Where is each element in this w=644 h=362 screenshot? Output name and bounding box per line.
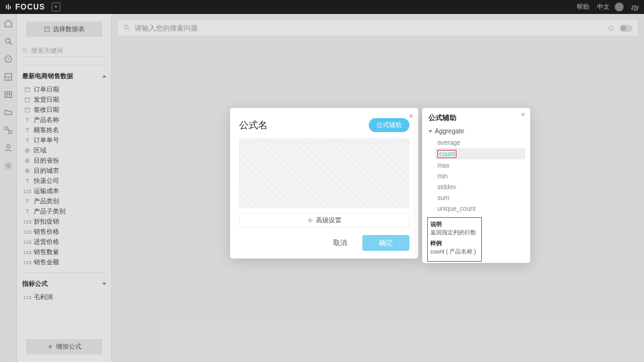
helper-title: 公式辅助 xyxy=(428,113,525,123)
cancel-button[interactable]: 取消 xyxy=(324,235,356,251)
function-item[interactable]: max xyxy=(435,160,525,170)
function-item[interactable]: average xyxy=(435,137,525,147)
modal-title: 公式名 xyxy=(239,119,268,131)
close-icon[interactable]: × xyxy=(409,112,413,121)
example-text: count ( 产品名称 ) xyxy=(430,248,479,256)
advanced-settings-button[interactable]: 高级设置 xyxy=(239,213,409,227)
desc-label: 说明 xyxy=(430,220,479,229)
svg-point-36 xyxy=(310,220,312,222)
desc-text: 返回指定列的行数 xyxy=(430,229,479,237)
category-label: Aggregate xyxy=(435,128,464,135)
close-icon[interactable]: × xyxy=(521,111,525,118)
chevron-down-icon xyxy=(428,130,432,133)
function-doc: 说明 返回指定列的行数 样例 count ( 产品名称 ) xyxy=(427,217,482,262)
gear-icon xyxy=(307,217,313,224)
function-item[interactable]: sum xyxy=(435,192,525,203)
ok-button[interactable]: 确定 xyxy=(362,235,409,251)
example-label: 样例 xyxy=(430,239,479,248)
formula-editor[interactable] xyxy=(239,138,409,208)
function-item[interactable]: unique_count xyxy=(435,203,525,213)
formula-modal: × 公式名 公式辅助 高级设置 取消 确定 xyxy=(230,108,418,258)
helper-category[interactable]: Aggregate xyxy=(428,128,525,135)
formula-helper-panel: × 公式辅助 Aggregate averagecountmaxminstdde… xyxy=(422,108,530,263)
advanced-label: 高级设置 xyxy=(316,216,341,225)
formula-helper-button[interactable]: 公式辅助 xyxy=(369,118,409,132)
function-item[interactable]: stddev xyxy=(435,182,525,192)
function-item[interactable]: min xyxy=(435,171,525,181)
function-item[interactable]: count xyxy=(435,148,525,159)
function-list: averagecountmaxminstddevsumunique_count xyxy=(428,137,525,213)
